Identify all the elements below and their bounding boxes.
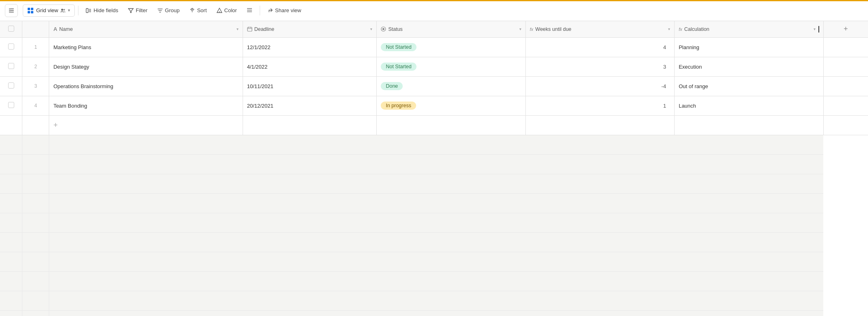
grid-view-button[interactable]: Grid view ▾ <box>23 4 75 17</box>
row-calc[interactable]: Execution <box>675 57 823 76</box>
hide-fields-button[interactable]: Hide fields <box>82 5 122 16</box>
row-deadline[interactable]: 4/1/2022 <box>243 57 377 76</box>
status-sort-icon: ▾ <box>519 27 521 31</box>
row-checkbox-cell[interactable] <box>0 96 22 115</box>
weeks-sort-icon: ▾ <box>668 27 670 31</box>
name-sort-icon: ▾ <box>237 27 239 31</box>
row-status[interactable]: Done <box>377 76 525 96</box>
row-status[interactable]: In progress <box>377 96 525 115</box>
header-add-col-cell[interactable]: + <box>823 21 868 37</box>
row-calc[interactable]: Out of range <box>675 76 823 96</box>
add-column-button[interactable]: + <box>828 25 864 33</box>
row-checkbox[interactable] <box>8 43 14 50</box>
row-weeks[interactable]: -4 <box>525 76 674 96</box>
row-calc[interactable]: Launch <box>675 96 823 115</box>
row-name[interactable]: Team Bonding <box>49 96 243 115</box>
header-status-cell[interactable]: Status ▾ <box>377 21 525 37</box>
table-row[interactable]: 1 Marketing Plans 12/1/2022 Not Started … <box>0 37 868 57</box>
header-checkbox[interactable] <box>8 26 14 32</box>
toolbar: Grid view ▾ Hide fields Filter Grou <box>0 0 868 21</box>
add-row-button[interactable]: + <box>49 115 243 135</box>
status-badge: Not Started <box>381 43 416 51</box>
table-container: A Name ▾ Deadline ▾ <box>0 21 868 316</box>
color-button[interactable]: Color <box>213 5 241 16</box>
add-row-col-add <box>823 115 868 135</box>
row-name[interactable]: Operations Brainstorming <box>49 76 243 96</box>
row-name[interactable]: Design Stategy <box>49 57 243 76</box>
sort-icon <box>189 8 195 13</box>
row-checkbox[interactable] <box>8 82 14 89</box>
row-deadline[interactable]: 12/1/2022 <box>243 37 377 57</box>
filter-button[interactable]: Filter <box>124 5 152 16</box>
grid-view-label: Grid view <box>36 7 58 13</box>
table-row[interactable]: 3 Operations Brainstorming 10/11/2021 Do… <box>0 76 868 96</box>
group-label: Group <box>165 7 180 13</box>
empty-row <box>0 310 868 316</box>
header-deadline-label: Deadline <box>254 26 368 32</box>
header-name-label: Name <box>59 26 234 32</box>
header-checkbox-cell[interactable] <box>0 21 22 37</box>
row-weeks[interactable]: 4 <box>525 37 674 57</box>
header-name-cell[interactable]: A Name ▾ <box>49 21 243 37</box>
row-add-cell <box>823 96 868 115</box>
table-row[interactable]: 4 Team Bonding 20/12/2021 In progress 1 … <box>0 96 868 115</box>
weeks-value: 3 <box>663 64 666 70</box>
add-row-check <box>0 115 22 135</box>
row-checkbox-cell[interactable] <box>0 76 22 96</box>
filter-icon <box>128 8 134 13</box>
svg-rect-5 <box>31 8 33 10</box>
empty-row <box>0 271 868 291</box>
row-checkbox[interactable] <box>8 102 14 108</box>
row-add-cell <box>823 76 868 96</box>
row-add-cell <box>823 37 868 57</box>
svg-rect-4 <box>28 8 30 10</box>
divider-1 <box>78 6 78 15</box>
team-icon <box>61 8 65 13</box>
divider-2 <box>260 6 260 15</box>
data-table: A Name ▾ Deadline ▾ <box>0 21 868 316</box>
row-calc[interactable]: Planning <box>675 37 823 57</box>
status-badge: In progress <box>381 102 416 110</box>
row-deadline[interactable]: 10/11/2021 <box>243 76 377 96</box>
empty-row <box>0 213 868 232</box>
svg-point-9 <box>63 9 65 11</box>
name-col-icon: A <box>53 26 57 32</box>
empty-row <box>0 174 868 193</box>
header-weeks-label: Weeks until due <box>535 26 665 32</box>
row-deadline[interactable]: 20/12/2021 <box>243 96 377 115</box>
svg-point-30 <box>382 28 384 30</box>
row-height-button[interactable] <box>243 5 256 16</box>
empty-row <box>0 252 868 271</box>
row-name[interactable]: Marketing Plans <box>49 37 243 57</box>
view-chevron: ▾ <box>68 8 70 13</box>
header-weeks-cell[interactable]: fx Weeks until due ▾ <box>525 21 674 37</box>
filter-label: Filter <box>136 7 148 13</box>
row-weeks[interactable]: 3 <box>525 57 674 76</box>
header-deadline-cell[interactable]: Deadline ▾ <box>243 21 377 37</box>
sidebar-icon <box>8 7 15 14</box>
row-weeks[interactable]: 1 <box>525 96 674 115</box>
row-status[interactable]: Not Started <box>377 57 525 76</box>
row-num: 2 <box>22 57 49 76</box>
share-view-button[interactable]: Share view <box>263 5 305 16</box>
group-icon <box>157 8 163 13</box>
status-col-icon <box>381 26 386 32</box>
add-row[interactable]: + <box>0 115 868 135</box>
deadline-col-icon <box>247 26 252 32</box>
row-checkbox[interactable] <box>8 63 14 69</box>
group-button[interactable]: Group <box>153 5 184 16</box>
header-row: A Name ▾ Deadline ▾ <box>0 21 868 37</box>
sort-button[interactable]: Sort <box>185 5 211 16</box>
weeks-value: -4 <box>662 83 666 89</box>
weeks-col-icon: fx <box>530 27 534 32</box>
header-calc-cell[interactable]: fx Calculation ▾ <box>675 21 823 37</box>
table-body: 1 Marketing Plans 12/1/2022 Not Started … <box>0 37 868 316</box>
table-row[interactable]: 2 Design Stategy 4/1/2022 Not Started 3 … <box>0 57 868 76</box>
cursor-indicator <box>818 26 819 32</box>
row-checkbox-cell[interactable] <box>0 57 22 76</box>
svg-rect-3 <box>9 8 11 13</box>
grid-icon <box>27 7 34 14</box>
row-checkbox-cell[interactable] <box>0 37 22 57</box>
sidebar-toggle-button[interactable] <box>5 4 18 17</box>
row-status[interactable]: Not Started <box>377 37 525 57</box>
